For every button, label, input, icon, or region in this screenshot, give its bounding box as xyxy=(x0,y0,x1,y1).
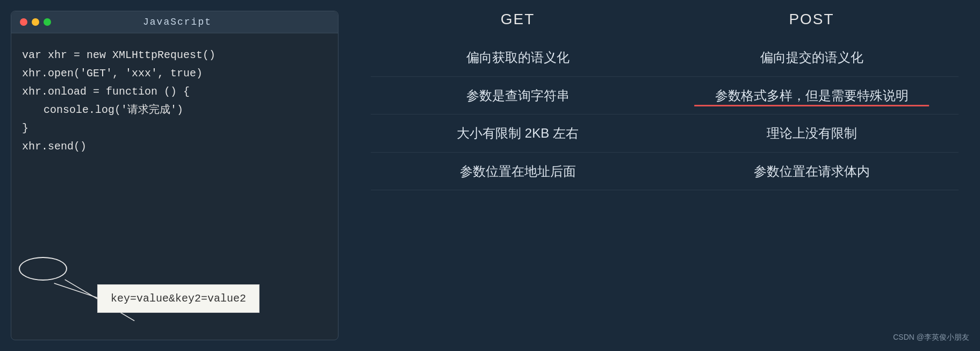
get-cell-1: 偏向获取的语义化 xyxy=(371,48,665,67)
post-cell-4: 参数位置在请求体内 xyxy=(665,162,959,181)
code-line-1: var xhr = new XMLHttpRequest() xyxy=(22,46,327,65)
post-header: POST xyxy=(665,11,959,28)
watermark: CSDN @李英俊小朋友 xyxy=(893,333,969,342)
post-cell-3: 理论上没有限制 xyxy=(665,124,959,142)
tooltip-text: key=value&key2=value2 xyxy=(111,292,246,305)
post-cell-2-highlighted: 参数格式多样，但是需要特殊说明 xyxy=(665,87,959,105)
tooltip-box: key=value&key2=value2 xyxy=(97,284,260,313)
code-line-3: xhr.onload = function () { xyxy=(22,83,327,101)
post-cell-1: 偏向提交的语义化 xyxy=(665,48,959,67)
table-row: 大小有限制 2KB 左右 理论上没有限制 xyxy=(371,114,959,153)
comparison-header: GET POST xyxy=(371,11,959,28)
get-cell-2: 参数是查询字符串 xyxy=(371,87,665,105)
window-title: JavaScript xyxy=(55,17,299,27)
comparison-rows: 偏向获取的语义化 偏向提交的语义化 参数是查询字符串 参数格式多样，但是需要特殊… xyxy=(371,39,959,190)
code-panel: JavaScript var xhr = new XMLHttpRequest(… xyxy=(11,11,338,340)
traffic-light-yellow xyxy=(32,18,39,26)
titlebar: JavaScript xyxy=(11,11,338,33)
comparison-panel: GET POST 偏向获取的语义化 偏向提交的语义化 参数是查询字符串 参数格式… xyxy=(349,0,980,351)
get-cell-3: 大小有限制 2KB 左右 xyxy=(371,124,665,142)
table-row: 参数位置在地址后面 参数位置在请求体内 xyxy=(371,153,959,191)
table-row: 参数是查询字符串 参数格式多样，但是需要特殊说明 xyxy=(371,77,959,115)
code-line-4: console.log('请求完成') xyxy=(22,101,327,119)
traffic-light-green xyxy=(44,18,51,26)
table-row: 偏向获取的语义化 偏向提交的语义化 xyxy=(371,39,959,77)
get-cell-4: 参数位置在地址后面 xyxy=(371,162,665,181)
code-body: var xhr = new XMLHttpRequest() xhr.open(… xyxy=(11,33,338,340)
get-header: GET xyxy=(371,11,665,28)
code-line-2: xhr.open('GET', 'xxx', true) xyxy=(22,65,327,83)
traffic-light-red xyxy=(20,18,27,26)
code-line-6: xhr.send() xyxy=(22,138,327,156)
code-line-5: } xyxy=(22,119,327,138)
circle-annotation xyxy=(19,257,67,281)
